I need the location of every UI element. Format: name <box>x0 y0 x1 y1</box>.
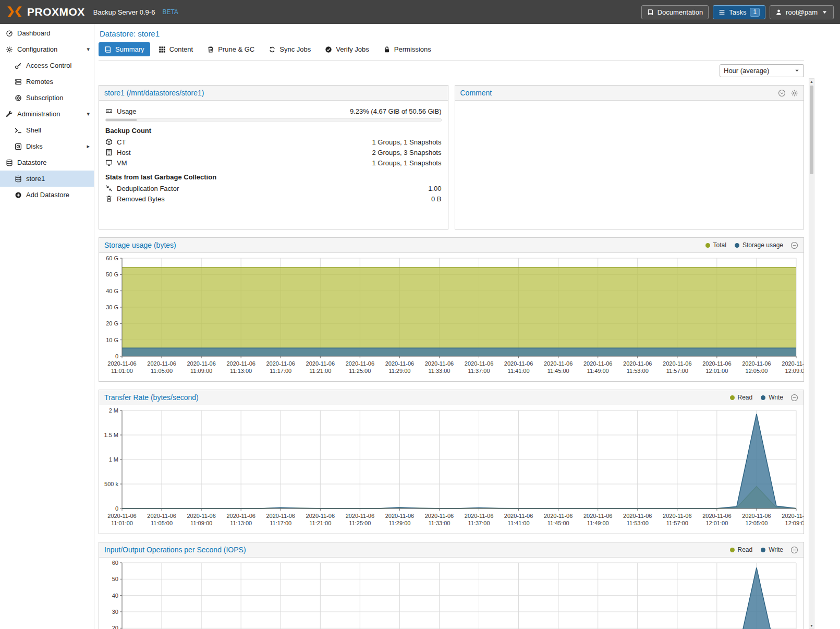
svg-text:12:05:00: 12:05:00 <box>746 520 768 526</box>
svg-text:11:21:00: 11:21:00 <box>309 520 331 526</box>
check-circle-icon <box>325 46 332 53</box>
comment-body[interactable] <box>455 101 804 111</box>
svg-text:2020-11-06: 2020-11-06 <box>742 513 771 519</box>
svg-text:2020-11-06: 2020-11-06 <box>504 360 533 367</box>
trash-icon <box>105 195 113 202</box>
scrollbar[interactable]: ▲ ▼ <box>809 78 814 629</box>
beta-link[interactable]: BETA <box>162 8 178 16</box>
sidebar-item-store1[interactable]: store1 <box>0 171 94 187</box>
svg-text:11:05:00: 11:05:00 <box>151 368 173 374</box>
row-value: 2 Groups, 3 Snapshots <box>372 149 442 156</box>
svg-text:11:41:00: 11:41:00 <box>508 368 530 374</box>
row-value: 9.23% (4.67 GiB of 50.56 GiB) <box>350 107 442 115</box>
grid-icon <box>159 46 166 53</box>
chart-legend: ReadWrite <box>730 394 783 401</box>
svg-text:11:49:00: 11:49:00 <box>587 520 609 526</box>
svg-text:11:29:00: 11:29:00 <box>388 520 410 526</box>
sidebar-item-administration[interactable]: Administration▾ <box>0 106 94 122</box>
svg-text:2020-11-06: 2020-11-06 <box>583 360 612 367</box>
main-area: Datastore: store1 SummaryContentPrune & … <box>94 24 840 629</box>
svg-text:11:05:00: 11:05:00 <box>151 520 173 526</box>
database-icon <box>15 175 22 183</box>
row-label: Removed Bytes <box>117 195 165 203</box>
tab-summary[interactable]: Summary <box>99 42 150 56</box>
svg-text:11:25:00: 11:25:00 <box>349 520 371 526</box>
svg-text:2020-11-06: 2020-11-06 <box>266 513 295 519</box>
collapse-icon[interactable] <box>790 546 798 554</box>
time-range-select[interactable]: Hour (average) <box>720 64 804 77</box>
tab-prune-gc[interactable]: Prune & GC <box>201 42 260 56</box>
header-actions: Documentation Tasks 1 root@pam <box>641 5 834 19</box>
support-icon <box>15 94 22 102</box>
svg-text:11:49:00: 11:49:00 <box>587 368 609 374</box>
server-icon <box>15 78 22 86</box>
svg-text:2020-11-06: 2020-11-06 <box>346 513 374 519</box>
legend-item-write: Write <box>761 546 783 553</box>
legend-dot <box>761 395 765 400</box>
sidebar-item-datastore[interactable]: Datastore <box>0 154 94 171</box>
svg-text:11:01:00: 11:01:00 <box>111 520 133 526</box>
row-label: Deduplication Factor <box>117 185 179 192</box>
documentation-button[interactable]: Documentation <box>641 5 709 19</box>
svg-text:2020-11-06: 2020-11-06 <box>623 360 652 367</box>
sidebar-item-remotes[interactable]: Remotes <box>0 74 94 90</box>
svg-text:11:25:00: 11:25:00 <box>349 368 371 374</box>
iops-chart: 01020304050602020-11-0611:01:002020-11-0… <box>99 558 804 629</box>
collapse-icon[interactable] <box>790 241 798 249</box>
gear-icon[interactable] <box>790 89 798 97</box>
tab-permissions[interactable]: Permissions <box>378 42 437 56</box>
sidebar-item-disks[interactable]: Disks▸ <box>0 138 94 154</box>
tab-content[interactable]: Content <box>153 42 199 56</box>
summary-row: Removed Bytes0 B <box>105 193 442 204</box>
legend-item-total: Total <box>705 241 726 249</box>
svg-text:2020-11-06: 2020-11-06 <box>663 513 691 519</box>
collapse-icon[interactable] <box>790 394 798 402</box>
svg-text:2020-11-06: 2020-11-06 <box>266 360 295 367</box>
legend-item-write: Write <box>761 394 783 401</box>
svg-text:2020-11-06: 2020-11-06 <box>306 360 335 367</box>
scroll-up-arrow[interactable]: ▲ <box>810 79 813 84</box>
svg-text:30: 30 <box>112 609 118 615</box>
row-value: 1 Groups, 1 Snapshots <box>372 159 442 167</box>
svg-text:2020-11-06: 2020-11-06 <box>544 513 573 519</box>
svg-text:12:05:00: 12:05:00 <box>746 368 768 374</box>
collapse-icon[interactable] <box>778 89 786 97</box>
svg-text:10 G: 10 G <box>106 337 118 343</box>
svg-text:12:01:00: 12:01:00 <box>705 368 728 374</box>
tab-bar: SummaryContentPrune & GCSync JobsVerify … <box>99 42 804 56</box>
svg-text:11:17:00: 11:17:00 <box>270 368 291 374</box>
scroll-down-arrow[interactable]: ▼ <box>810 623 813 628</box>
svg-text:2020-11-06: 2020-11-06 <box>187 513 215 519</box>
tab-sync-jobs[interactable]: Sync Jobs <box>263 42 316 56</box>
svg-text:2020-11-06: 2020-11-06 <box>702 360 731 367</box>
brand-name: PROXMOX <box>27 6 85 18</box>
tasks-count-badge: 1 <box>750 8 760 17</box>
row-label: CT <box>117 138 126 146</box>
sidebar-item-access-control[interactable]: Access Control <box>0 57 94 74</box>
chevron-down-icon: ▾ <box>87 46 90 53</box>
summary-row: Host2 Groups, 3 Snapshots <box>105 147 442 158</box>
svg-text:2020-11-06: 2020-11-06 <box>623 513 652 519</box>
summary-row: CT1 Groups, 1 Snapshots <box>105 137 442 147</box>
scroll-thumb[interactable] <box>810 86 813 174</box>
user-menu-button[interactable]: root@pam <box>770 5 834 19</box>
sidebar-item-configuration[interactable]: Configuration▾ <box>0 41 94 57</box>
sidebar-item-dashboard[interactable]: Dashboard <box>0 25 94 41</box>
svg-text:12:01:00: 12:01:00 <box>705 520 728 526</box>
svg-text:1.5 M: 1.5 M <box>104 432 118 438</box>
legend-dot <box>705 243 710 248</box>
row-label: Usage <box>117 107 137 115</box>
legend-dot <box>730 395 735 400</box>
svg-text:11:45:00: 11:45:00 <box>547 368 569 374</box>
usage-progress-bar <box>105 118 442 122</box>
svg-text:2020-11-06: 2020-11-06 <box>425 513 454 519</box>
sidebar-item-add-datastore[interactable]: Add Datastore <box>0 187 94 203</box>
tasks-button[interactable]: Tasks 1 <box>713 5 765 19</box>
svg-text:1 M: 1 M <box>109 456 118 463</box>
svg-text:2020-11-06: 2020-11-06 <box>425 360 454 367</box>
tab-verify-jobs[interactable]: Verify Jobs <box>319 42 375 56</box>
sidebar-item-shell[interactable]: Shell <box>0 122 94 138</box>
sidebar-item-subscription[interactable]: Subscription <box>0 90 94 106</box>
svg-text:2020-11-06: 2020-11-06 <box>107 513 136 519</box>
task-list-icon <box>719 9 725 16</box>
